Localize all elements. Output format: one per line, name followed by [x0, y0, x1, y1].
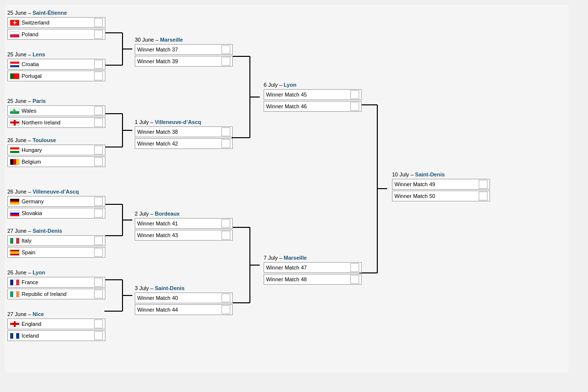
r16-match-4-team1: Hungary	[7, 145, 105, 155]
final-label: 10 July – Saint-Denis	[392, 172, 490, 177]
team-germany: Germany	[22, 198, 94, 204]
flag-portugal	[10, 73, 20, 79]
team-croatia: Croatia	[22, 61, 94, 67]
r16-match-5: 26 June – Villeneuve-d’Ascq Germany Slov…	[7, 189, 105, 220]
qf-score-4b	[221, 305, 230, 314]
score-england	[94, 319, 103, 328]
r16-match-8-date: 27 June –	[7, 311, 31, 317]
r16-match-1-label: 25 June – Saint-Étienne	[7, 10, 105, 16]
score-northern-ireland	[94, 118, 103, 127]
r16-match-4: 26 June – Toulouse Hungary Belgium	[7, 137, 105, 168]
r16-match-6-team1: Italy	[7, 235, 105, 246]
sf-score-2a	[350, 263, 359, 272]
sf-match-1: 6 July – Lyon Winner Match 45 Winner Mat…	[264, 82, 362, 113]
sf-score-2b	[350, 275, 359, 284]
score-portugal	[94, 72, 103, 80]
r16-match-3-city: Paris	[32, 98, 46, 104]
r16-match-8-team2: Iceland	[7, 330, 105, 341]
qf-match-3-winner2: Winner Match 43	[137, 232, 221, 238]
score-wales	[94, 106, 103, 115]
sf-match-2: 7 July – Marseille Winner Match 47 Winne…	[264, 255, 362, 286]
qf-match-1-winner2: Winner Match 39	[137, 58, 221, 64]
qf-match-2: 1 July – Villeneuve-d’Ascq Winner Match …	[135, 119, 233, 150]
qf-match-2-team2: Winner Match 42	[135, 138, 233, 149]
final-date: 10 July –	[392, 172, 414, 177]
r16-match-2: 25 June – Lens Croatia Portugal	[7, 51, 105, 82]
r16-match-4-date: 26 June –	[7, 137, 31, 143]
r16-match-8-team1: England	[7, 318, 105, 329]
bracket-container: 25 June – Saint-Étienne Switzerland Pola…	[5, 5, 568, 372]
qf-match-2-label: 1 July – Villeneuve-d’Ascq	[135, 119, 233, 125]
r16-match-6-label: 27 June – Saint-Denis	[7, 228, 105, 234]
r16-match-2-team2: Portugal	[7, 71, 105, 81]
score-belgium	[94, 157, 103, 166]
sf-match-1-date: 6 July –	[264, 82, 282, 88]
qf-match-4-city: Saint-Denis	[155, 285, 185, 291]
flag-germany	[10, 198, 20, 205]
sf-match-1-city: Lyon	[284, 82, 296, 88]
r16-match-3-label: 25 June – Paris	[7, 98, 105, 104]
qf-match-4-winner2: Winner Match 44	[137, 307, 221, 313]
team-spain: Spain	[22, 249, 94, 255]
qf-match-2-winner2: Winner Match 42	[137, 141, 221, 147]
qf-match-4-team1: Winner Match 40	[135, 293, 233, 303]
team-northern-ireland: Northern Ireland	[22, 120, 94, 125]
score-italy	[94, 236, 103, 245]
sf-match-2-team1: Winner Match 47	[264, 262, 362, 273]
qf-score-3a	[221, 219, 230, 228]
r16-match-7: 26 June – Lyon France Republic of Irelan…	[7, 270, 105, 300]
score-republic-of-ireland	[94, 290, 103, 298]
r16-match-6-team2: Spain	[7, 247, 105, 258]
r16-match-3: 25 June – Paris 🐉 Wales Northern Ireland	[7, 98, 105, 129]
r16-match-4-team2: Belgium	[7, 156, 105, 167]
flag-iceland	[10, 333, 20, 339]
r16-match-1: 25 June – Saint-Étienne Switzerland Pola…	[7, 10, 105, 41]
r16-match-1-date: 25 June –	[7, 10, 31, 16]
qf-match-4-winner1: Winner Match 40	[137, 295, 221, 301]
sf-match-1-winner1: Winner Match 45	[266, 92, 350, 98]
qf-match-3-date: 2 July –	[135, 211, 153, 217]
team-switzerland: Switzerland	[22, 20, 94, 25]
qf-match-3-winner1: Winner Match 41	[137, 220, 221, 226]
flag-belgium	[10, 159, 20, 165]
r16-match-3-team1: 🐉 Wales	[7, 105, 105, 116]
final-city: Saint-Denis	[415, 172, 445, 177]
flag-slovakia	[10, 210, 20, 217]
score-slovakia	[94, 209, 103, 218]
final-score-2	[479, 192, 488, 200]
final-match: 10 July – Saint-Denis Winner Match 49 Wi…	[392, 172, 490, 202]
score-croatia	[94, 60, 103, 69]
qf-match-3-city: Bordeaux	[155, 211, 180, 217]
qf-match-2-winner1: Winner Match 38	[137, 129, 221, 135]
team-slovakia: Slovakia	[22, 210, 94, 216]
team-italy: Italy	[22, 238, 94, 244]
r16-match-1-team1: Switzerland	[7, 17, 105, 28]
qf-score-4a	[221, 294, 230, 302]
flag-england	[10, 321, 20, 327]
score-spain	[94, 248, 103, 257]
score-germany	[94, 197, 103, 206]
r16-match-7-label: 26 June – Lyon	[7, 270, 105, 275]
score-hungary	[94, 146, 103, 154]
sf-match-1-team2: Winner Match 46	[264, 101, 362, 112]
flag-republic-of-ireland	[10, 291, 20, 297]
sf-score-1b	[350, 102, 359, 111]
qf-match-3-team1: Winner Match 41	[135, 218, 233, 229]
qf-match-2-date: 1 July –	[135, 119, 153, 125]
qf-match-1-team1: Winner Match 37	[135, 44, 233, 55]
sf-match-2-city: Marseille	[284, 255, 307, 261]
qf-score-3b	[221, 231, 230, 240]
qf-match-3-team2: Winner Match 43	[135, 230, 233, 241]
sf-match-2-team2: Winner Match 48	[264, 274, 362, 285]
flag-poland	[10, 31, 20, 38]
team-iceland: Iceland	[22, 333, 94, 339]
r16-match-7-team1: France	[7, 277, 105, 288]
qf-score-2a	[221, 127, 230, 136]
r16-match-1-team2: Poland	[7, 29, 105, 40]
qf-match-4-team2: Winner Match 44	[135, 304, 233, 315]
r16-match-7-date: 26 June –	[7, 270, 31, 275]
qf-match-1-city: Marseille	[160, 37, 183, 43]
score-iceland	[94, 331, 103, 340]
flag-italy	[10, 238, 20, 244]
r16-match-4-label: 26 June – Toulouse	[7, 137, 105, 143]
